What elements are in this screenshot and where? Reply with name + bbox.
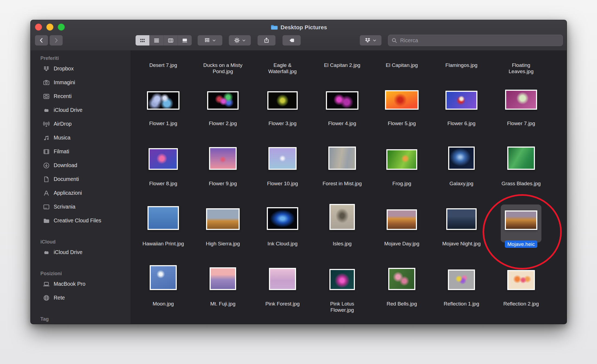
- file-item-reflection-1-jpg[interactable]: Reflection 1.jpg: [432, 261, 491, 321]
- file-thumbnail: [507, 147, 535, 170]
- file-thumbnail: [329, 269, 355, 290]
- sidebar-item-documenti[interactable]: Documenti: [31, 172, 131, 186]
- airdrop-icon: [43, 120, 50, 128]
- document-icon: [43, 176, 50, 183]
- sidebar-item-scrivania[interactable]: Scrivania: [31, 200, 131, 214]
- file-item-high-sierra-jpg[interactable]: High Sierra.jpg: [193, 200, 253, 261]
- file-item-flamingos-jpg[interactable]: Flamingos.jpg: [432, 50, 491, 80]
- tag-icon: [289, 37, 295, 43]
- file-label: Moon.jpg: [153, 301, 174, 307]
- file-item-galaxy-jpg[interactable]: Galaxy.jpg: [432, 140, 491, 200]
- file-item-isles-jpg[interactable]: Isles.jpg: [312, 200, 372, 261]
- view-column-view[interactable]: [163, 35, 178, 46]
- file-item-eagle-waterfall-jpg[interactable]: Eagle & Waterfall.jpg: [253, 50, 312, 80]
- desktop-icon: [43, 203, 50, 211]
- chevron-right-icon: [53, 37, 59, 43]
- sidebar-item-icloud-drive[interactable]: iCloud Drive: [31, 245, 131, 259]
- file-item-flower-8-jpg[interactable]: Flower 8.jpg: [133, 140, 193, 200]
- sidebar-item-icloud-drive[interactable]: iCloud Drive: [31, 103, 131, 117]
- dropbox-toolbar-button[interactable]: [360, 35, 381, 46]
- file-item-mojave-night-jpg[interactable]: Mojave Night.jpg: [432, 200, 491, 261]
- chevron-left-icon: [38, 37, 44, 43]
- sidebar-item-macbook-pro[interactable]: MacBook Pro: [31, 277, 131, 291]
- file-item-mojave-day-jpg[interactable]: Mojave Day.jpg: [372, 200, 432, 261]
- sidebar-section-header-icloud: iCloud: [31, 238, 131, 245]
- sidebar-item-recenti[interactable]: Recenti: [31, 89, 131, 103]
- dropbox-icon: [43, 65, 50, 73]
- file-item-hawaiian-print-jpg[interactable]: Hawaiian Print.jpg: [133, 200, 193, 261]
- sidebar-item-airdrop[interactable]: AirDrop: [31, 117, 131, 131]
- tag-button[interactable]: [283, 35, 301, 46]
- sidebar-item-musica[interactable]: Musica: [31, 131, 131, 145]
- file-label: Pink Forest.jpg: [265, 301, 300, 307]
- file-label: Flower 2.jpg: [209, 120, 237, 126]
- gallery-view-icon: [182, 38, 188, 43]
- file-label: Reflection 1.jpg: [444, 301, 479, 307]
- file-label: Flower 8.jpg: [149, 180, 177, 187]
- sidebar-item-label: iCloud Drive: [54, 107, 82, 113]
- file-label: Hawaiian Print.jpg: [142, 240, 184, 247]
- file-item-flower-10-jpg[interactable]: Flower 10.jpg: [253, 140, 312, 200]
- file-item-mojave-heic[interactable]: Mojave.heic: [491, 200, 551, 261]
- sidebar-item-dropbox[interactable]: Dropbox: [31, 62, 131, 76]
- file-item-flower-3-jpg[interactable]: Flower 3.jpg: [253, 80, 312, 140]
- forward-button[interactable]: [50, 35, 63, 46]
- file-item-red-bells-jpg[interactable]: Red Bells.jpg: [372, 261, 432, 321]
- file-item-ink-cloud-jpg[interactable]: Ink Cloud.jpg: [253, 200, 312, 261]
- sidebar-item-rete[interactable]: Rete: [31, 291, 131, 305]
- sidebar-item-immagini[interactable]: Immagini: [31, 76, 131, 89]
- file-item-frog-jpg[interactable]: Frog.jpg: [372, 140, 432, 200]
- file-item-reflection-2-jpg[interactable]: Reflection 2.jpg: [491, 261, 551, 321]
- zoom-button[interactable]: [58, 24, 65, 31]
- file-grid: Desert 7.jpg Ducks on a Misty Pond.jpg E…: [133, 50, 551, 321]
- file-thumbnail: [329, 204, 355, 230]
- file-item-desert-7-jpg[interactable]: Desert 7.jpg: [133, 50, 193, 80]
- file-item-flower-6-jpg[interactable]: Flower 6.jpg: [432, 80, 491, 140]
- applications-icon: [43, 189, 50, 197]
- view-list-view[interactable]: [149, 35, 163, 46]
- view-icon-view[interactable]: [136, 35, 149, 46]
- window-title: Desktop Pictures: [112, 22, 485, 32]
- view-gallery-view[interactable]: [178, 35, 192, 46]
- sidebar-section-header-tag: Tag: [31, 316, 131, 323]
- file-item-floating-leaves-jpg[interactable]: Floating Leaves.jpg: [491, 50, 551, 80]
- file-item-forest-in-mist-jpg[interactable]: Forest in Mist.jpg: [312, 140, 372, 200]
- file-thumbnail: [387, 209, 417, 230]
- group-button[interactable]: [198, 35, 222, 46]
- file-item-flower-2-jpg[interactable]: Flower 2.jpg: [193, 80, 253, 140]
- file-thumbnail: [448, 269, 475, 290]
- file-thumbnail: [150, 265, 177, 290]
- action-button[interactable]: [229, 35, 251, 46]
- sidebar-item-filmati[interactable]: Filmati: [31, 145, 131, 158]
- sidebar-item-creative-cloud-files[interactable]: Creative Cloud Files: [31, 214, 131, 227]
- folder-icon: [43, 217, 50, 225]
- dropbox-icon: [365, 37, 371, 43]
- file-item-flower-4-jpg[interactable]: Flower 4.jpg: [312, 80, 372, 140]
- sidebar-item-download[interactable]: Download: [31, 158, 131, 172]
- file-item-pink-lotus-flower-jpg[interactable]: Pink Lotus Flower.jpg: [312, 261, 372, 321]
- column-view-icon: [168, 38, 174, 43]
- close-button[interactable]: [35, 24, 42, 31]
- file-item-el-capitan-jpg[interactable]: El Capitan.jpg: [372, 50, 432, 80]
- file-item-ducks-on-a-misty-pond-jpg[interactable]: Ducks on a Misty Pond.jpg: [193, 50, 253, 80]
- sidebar-item-label: Documenti: [54, 176, 79, 182]
- file-item-moon-jpg[interactable]: Moon.jpg: [133, 261, 193, 321]
- finder-window: Desktop Pictures: [30, 20, 567, 324]
- file-label: Pink Lotus Flower.jpg: [330, 301, 354, 313]
- sidebar-item-applicazioni[interactable]: Applicazioni: [31, 186, 131, 200]
- file-thumbnail: [206, 208, 240, 230]
- file-item-grass-blades-jpg[interactable]: Grass Blades.jpg: [491, 140, 551, 200]
- file-item-flower-7-jpg[interactable]: Flower 7.jpg: [491, 80, 551, 140]
- file-item-el-capitan-2-jpg[interactable]: El Capitan 2.jpg: [312, 50, 372, 80]
- search-input[interactable]: [400, 37, 559, 44]
- file-item-flower-9-jpg[interactable]: Flower 9.jpg: [193, 140, 253, 200]
- file-label: Flower 3.jpg: [268, 120, 297, 126]
- file-item-flower-1-jpg[interactable]: Flower 1.jpg: [133, 80, 193, 140]
- file-item-mt-fuji-jpg[interactable]: Mt. Fuji.jpg: [193, 261, 253, 321]
- minimize-button[interactable]: [46, 24, 53, 31]
- file-item-flower-5-jpg[interactable]: Flower 5.jpg: [372, 80, 432, 140]
- back-button[interactable]: [35, 35, 48, 46]
- share-button[interactable]: [258, 35, 275, 46]
- file-item-pink-forest-jpg[interactable]: Pink Forest.jpg: [253, 261, 312, 321]
- file-thumbnail: [147, 206, 179, 230]
